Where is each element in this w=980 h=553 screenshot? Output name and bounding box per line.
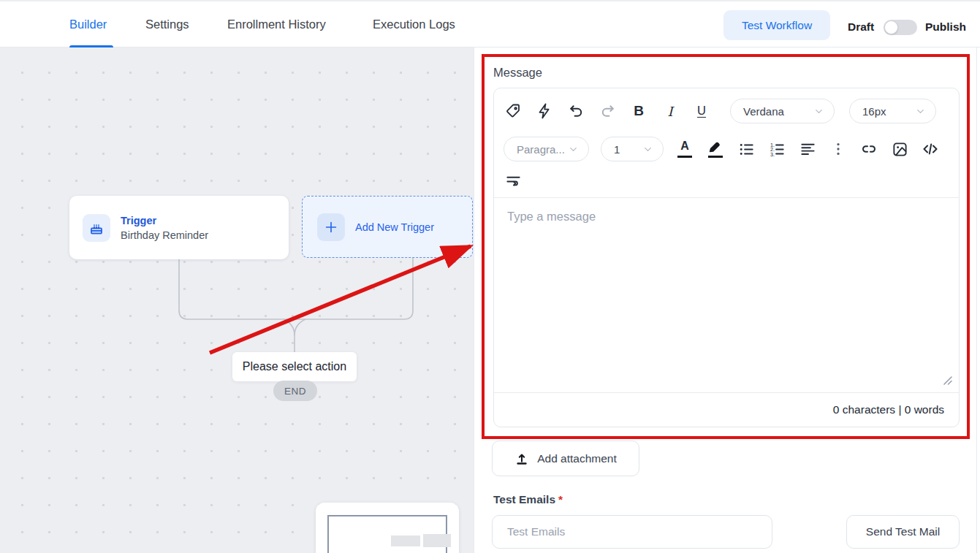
- text-color-bar: [677, 156, 692, 158]
- indent-level-value: 1: [614, 143, 620, 156]
- publish-label: Publish: [925, 20, 966, 34]
- trigger-icon-box: [83, 214, 110, 242]
- toggle-knob: [884, 20, 898, 34]
- editor-footer: 0 characters | 0 words: [494, 392, 959, 426]
- upload-icon: [514, 451, 529, 466]
- birthday-cake-icon: [88, 219, 105, 237]
- paragraph-format-select[interactable]: Paragra...: [504, 137, 589, 161]
- toolbar-row-1: B I U Verdana 16px: [504, 98, 949, 124]
- highlight-icon[interactable]: [706, 140, 725, 159]
- action-hint-box: Please select action: [232, 352, 357, 381]
- align-left-icon[interactable]: [798, 140, 817, 159]
- font-family-value: Verdana: [743, 105, 784, 118]
- redo-icon[interactable]: [598, 102, 617, 121]
- test-emails-input[interactable]: [492, 515, 772, 549]
- chevron-down-icon: [642, 144, 653, 155]
- insert-image-icon[interactable]: [890, 140, 909, 159]
- trigger-subtitle: Birthday Reminder: [121, 229, 208, 241]
- trigger-node[interactable]: Trigger Birthday Reminder: [69, 196, 289, 259]
- tab-settings[interactable]: Settings: [145, 1, 197, 47]
- svg-text:3.: 3.: [770, 152, 774, 158]
- tab-enrollment-history[interactable]: Enrollment History: [227, 1, 341, 47]
- quick-action-icon[interactable]: [535, 102, 554, 121]
- toolbar-row-2: Paragra... 1 A: [504, 136, 949, 162]
- italic-icon[interactable]: I: [661, 102, 680, 121]
- required-marker: *: [558, 493, 563, 506]
- font-size-select[interactable]: 16px: [849, 99, 936, 123]
- plus-icon: [323, 219, 339, 235]
- preview-node-card[interactable]: [316, 503, 459, 553]
- trigger-title: Trigger: [121, 215, 208, 226]
- add-trigger-label: Add New Trigger: [355, 221, 434, 233]
- test-emails-label: Test Emails*: [493, 493, 563, 506]
- undo-icon[interactable]: [566, 102, 585, 121]
- connector-lines: [0, 47, 474, 553]
- paragraph-format-value: Paragra...: [517, 143, 565, 156]
- test-workflow-button[interactable]: Test Workflow: [723, 10, 830, 40]
- add-trigger-icon-box: [317, 213, 345, 241]
- end-badge: END: [273, 381, 317, 401]
- numbered-list-icon[interactable]: 1. 2. 3.: [767, 140, 786, 159]
- draft-label: Draft: [848, 20, 874, 34]
- chevron-down-icon: [915, 106, 926, 117]
- underline-icon[interactable]: U: [692, 102, 711, 121]
- send-test-mail-button[interactable]: Send Test Mail: [846, 515, 960, 549]
- workflow-canvas[interactable]: Trigger Birthday Reminder Add New Trigge…: [0, 47, 474, 553]
- highlight-color-bar: [708, 156, 723, 158]
- preview-placeholder-block: [391, 535, 420, 546]
- panel-right-divider: [976, 47, 977, 553]
- resize-handle-icon[interactable]: [942, 375, 952, 385]
- chevron-down-icon: [813, 106, 824, 117]
- preview-frame: [327, 515, 447, 553]
- add-attachment-label: Add attachment: [537, 452, 617, 465]
- merge-tag-icon[interactable]: [504, 102, 523, 121]
- text-color-icon[interactable]: A: [675, 140, 694, 159]
- rich-text-editor: B I U Verdana 16px Paragra... 1: [493, 88, 960, 427]
- indent-level-select[interactable]: 1: [601, 137, 664, 161]
- trigger-texts: Trigger Birthday Reminder: [121, 215, 208, 241]
- message-textarea[interactable]: [494, 198, 959, 392]
- message-body: [494, 198, 959, 392]
- font-family-select[interactable]: Verdana: [730, 99, 835, 123]
- publish-toggle[interactable]: [884, 20, 917, 35]
- message-field-label: Message: [493, 66, 542, 80]
- character-word-counter: 0 characters | 0 words: [833, 403, 944, 416]
- top-navigation-bar: Builder Settings Enrollment History Exec…: [0, 0, 980, 47]
- code-view-icon[interactable]: [921, 140, 940, 159]
- preview-placeholder-block: [423, 534, 451, 547]
- tab-builder[interactable]: Builder: [69, 1, 113, 47]
- toolbar-row-3: [504, 171, 949, 188]
- bold-icon[interactable]: B: [629, 102, 648, 121]
- font-size-value: 16px: [862, 105, 886, 118]
- add-attachment-button[interactable]: Add attachment: [492, 441, 639, 476]
- chevron-down-icon: [568, 144, 579, 155]
- tab-execution-logs[interactable]: Execution Logs: [373, 1, 468, 47]
- editor-toolbar: B I U Verdana 16px Paragra... 1: [494, 88, 959, 198]
- insert-link-icon[interactable]: [859, 140, 878, 159]
- more-options-icon[interactable]: [829, 140, 848, 159]
- wrap-text-icon[interactable]: [504, 170, 523, 189]
- bulleted-list-icon[interactable]: [737, 140, 756, 159]
- add-new-trigger-button[interactable]: Add New Trigger: [302, 196, 473, 258]
- workflow-builder-app: Trigger Birthday Reminder Add New Trigge…: [0, 0, 980, 553]
